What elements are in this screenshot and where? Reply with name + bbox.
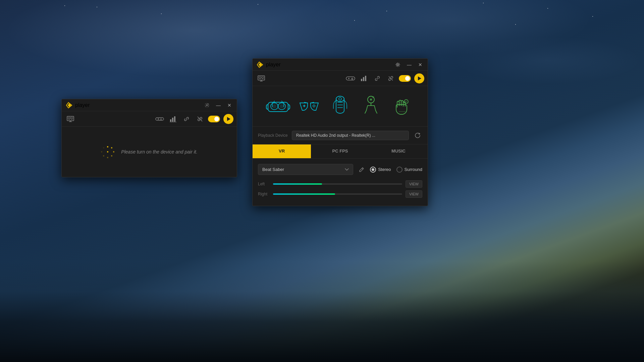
svg-point-46 xyxy=(315,106,316,107)
svg-point-22 xyxy=(101,151,102,153)
large-toggle-switch[interactable] xyxy=(399,75,411,82)
left-slider-fill xyxy=(273,183,322,185)
svg-point-48 xyxy=(314,107,315,108)
left-channel-label: Left xyxy=(258,182,270,186)
right-slider-fill xyxy=(273,193,335,195)
edit-button[interactable] xyxy=(357,165,367,175)
tab-pc-fps[interactable]: PC FPS xyxy=(311,144,369,158)
small-link-icon[interactable] xyxy=(181,114,192,124)
svg-point-50 xyxy=(339,98,341,100)
svg-point-21 xyxy=(103,155,104,157)
large-monitor-icon[interactable] xyxy=(256,73,267,84)
svg-text:R: R xyxy=(372,96,374,99)
svg-point-18 xyxy=(113,151,114,153)
stereo-radio-label: Stereo xyxy=(378,167,391,172)
robot-arm-device-icon[interactable]: R xyxy=(358,93,384,120)
vr-content-area: Beat Saber Stereo Surround xyxy=(253,159,428,206)
svg-point-45 xyxy=(314,105,315,106)
large-window-title-left: player xyxy=(257,61,281,68)
large-chart-icon[interactable] xyxy=(359,73,369,84)
large-toggle-container[interactable] xyxy=(399,75,411,82)
svg-point-26 xyxy=(397,64,399,65)
playback-label: Playback Device xyxy=(258,133,288,138)
playback-device-name: Realtek HD Audio 2nd output - Realtek(R)… xyxy=(296,133,375,138)
small-play-button[interactable] xyxy=(223,114,233,124)
svg-point-23 xyxy=(103,147,104,148)
tab-vr[interactable]: VR xyxy=(253,144,311,158)
svg-rect-4 xyxy=(71,117,73,119)
game-dropdown[interactable]: Beat Saber xyxy=(258,164,353,175)
playback-device-row: Playback Device Realtek HD Audio 2nd out… xyxy=(253,127,428,144)
svg-point-35 xyxy=(352,79,353,79)
game-name: Beat Saber xyxy=(262,167,284,172)
surround-radio-label: Surround xyxy=(405,167,422,172)
glove-device-icon[interactable]: © xyxy=(389,93,416,120)
left-channel-row: Left VIEW xyxy=(258,180,422,188)
svg-point-34 xyxy=(351,78,352,79)
svg-rect-28 xyxy=(259,77,261,78)
svg-point-15 xyxy=(107,151,108,153)
svg-rect-36 xyxy=(361,79,362,81)
large-play-button[interactable] xyxy=(414,73,424,83)
small-window-controls: — ✕ xyxy=(203,102,233,109)
large-unlink-icon[interactable] xyxy=(385,73,396,84)
small-settings-button[interactable] xyxy=(203,102,211,108)
surround-radio-option[interactable]: Surround xyxy=(396,167,422,173)
loading-spinner xyxy=(101,145,114,159)
svg-point-20 xyxy=(107,157,108,158)
large-link-icon[interactable] xyxy=(372,73,383,84)
large-window-toolbar xyxy=(253,71,428,86)
vr-headset-device-icon[interactable] xyxy=(265,93,291,120)
large-window-titlebar: player — ✕ xyxy=(253,59,428,71)
small-monitor-icon[interactable] xyxy=(65,114,76,124)
tab-music[interactable]: MUSIC xyxy=(369,144,428,158)
game-controller-device-icon[interactable] xyxy=(296,93,323,120)
small-close-button[interactable]: ✕ xyxy=(226,102,233,109)
large-window-title-text: player xyxy=(266,62,281,68)
svg-rect-5 xyxy=(68,119,70,120)
device-icons-row: R © xyxy=(253,86,428,127)
large-minimize-button[interactable]: — xyxy=(406,61,413,68)
right-channel-row: Right VIEW xyxy=(258,190,422,198)
small-window-title-text: player xyxy=(75,102,90,108)
small-unlink-icon[interactable] xyxy=(195,114,205,124)
app-logo-large xyxy=(257,61,263,68)
svg-point-8 xyxy=(161,119,162,120)
small-window-titlebar: player — ✕ xyxy=(62,99,237,111)
svg-point-43 xyxy=(272,104,276,108)
right-view-button[interactable]: VIEW xyxy=(406,190,422,198)
right-slider-track[interactable] xyxy=(273,193,402,195)
svg-rect-37 xyxy=(363,77,364,81)
svg-rect-30 xyxy=(259,78,261,79)
stereo-radio-option[interactable]: Stereo xyxy=(370,167,391,173)
small-toggle-switch[interactable] xyxy=(208,116,220,122)
playback-device-select[interactable]: Realtek HD Audio 2nd output - Realtek(R)… xyxy=(292,131,409,140)
left-slider-track[interactable] xyxy=(273,183,402,185)
svg-point-10 xyxy=(161,120,161,120)
right-channel-label: Right xyxy=(258,192,270,196)
svg-point-53 xyxy=(370,99,372,100)
small-window-content: Please turn on the device and pair it. xyxy=(62,127,237,177)
large-close-button[interactable]: ✕ xyxy=(417,61,424,68)
left-view-button[interactable]: VIEW xyxy=(406,180,422,188)
game-selector-row: Beat Saber Stereo Surround xyxy=(258,164,422,175)
app-logo-small xyxy=(66,102,72,109)
small-minimize-button[interactable]: — xyxy=(215,102,222,109)
svg-rect-29 xyxy=(262,77,264,78)
stereo-radio-circle xyxy=(370,167,376,173)
svg-point-9 xyxy=(160,119,161,120)
small-toggle-container[interactable] xyxy=(208,116,220,122)
large-settings-button[interactable] xyxy=(394,62,401,68)
small-chart-icon[interactable] xyxy=(168,114,178,124)
svg-point-49 xyxy=(336,96,344,102)
audio-mode-radio-group: Stereo Surround xyxy=(370,167,422,173)
backpack-device-icon[interactable] xyxy=(327,93,354,120)
small-gamepad-icon[interactable] xyxy=(154,114,165,124)
refresh-button[interactable] xyxy=(413,131,422,140)
large-gamepad-icon[interactable] xyxy=(345,73,356,84)
small-player-window: player — ✕ xyxy=(61,99,237,177)
surround-radio-circle xyxy=(396,167,402,173)
small-window-title-left: player xyxy=(66,102,90,109)
svg-rect-13 xyxy=(174,116,175,122)
svg-point-47 xyxy=(313,106,314,107)
